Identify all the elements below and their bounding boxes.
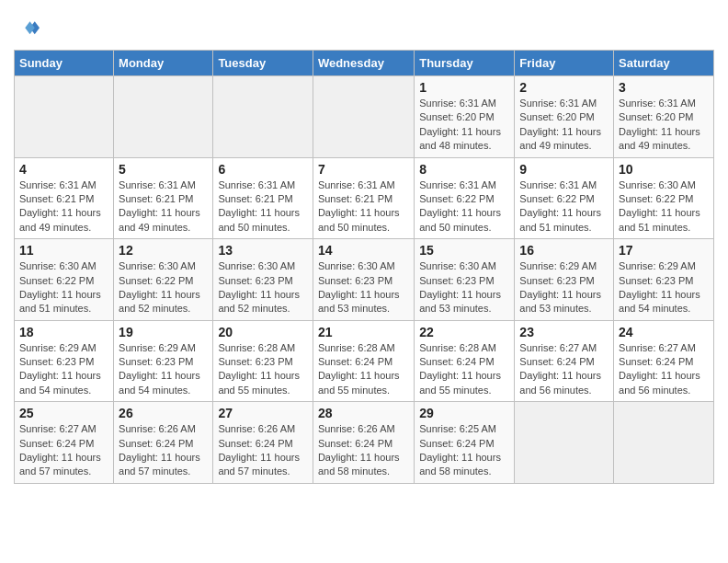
calendar-cell: 23Sunrise: 6:27 AM Sunset: 6:24 PM Dayli…	[515, 320, 614, 402]
day-info: Sunrise: 6:28 AM Sunset: 6:23 PM Dayligh…	[218, 341, 308, 398]
calendar-cell: 29Sunrise: 6:25 AM Sunset: 6:24 PM Dayli…	[415, 402, 515, 484]
day-info: Sunrise: 6:29 AM Sunset: 6:23 PM Dayligh…	[619, 259, 709, 316]
day-info: Sunrise: 6:27 AM Sunset: 6:24 PM Dayligh…	[519, 341, 609, 398]
day-info: Sunrise: 6:30 AM Sunset: 6:23 PM Dayligh…	[318, 259, 409, 316]
day-number: 24	[619, 325, 709, 339]
calendar-cell: 16Sunrise: 6:29 AM Sunset: 6:23 PM Dayli…	[515, 239, 614, 321]
calendar-cell: 2Sunrise: 6:31 AM Sunset: 6:20 PM Daylig…	[515, 76, 614, 158]
column-header-wednesday: Wednesday	[313, 51, 414, 76]
day-number: 9	[519, 162, 609, 177]
day-info: Sunrise: 6:31 AM Sunset: 6:21 PM Dayligh…	[19, 178, 108, 236]
calendar-week-row: 4Sunrise: 6:31 AM Sunset: 6:21 PM Daylig…	[15, 157, 714, 239]
day-info: Sunrise: 6:31 AM Sunset: 6:21 PM Dayligh…	[318, 178, 409, 236]
calendar-cell	[15, 76, 114, 158]
calendar-cell	[313, 76, 414, 158]
calendar-cell: 27Sunrise: 6:26 AM Sunset: 6:24 PM Dayli…	[213, 402, 313, 484]
page-header	[14, 9, 714, 42]
day-number: 5	[119, 162, 208, 177]
day-number: 22	[419, 325, 509, 339]
day-info: Sunrise: 6:29 AM Sunset: 6:23 PM Dayligh…	[519, 259, 609, 316]
column-header-thursday: Thursday	[415, 51, 515, 76]
calendar-week-row: 11Sunrise: 6:30 AM Sunset: 6:22 PM Dayli…	[15, 239, 714, 321]
column-header-friday: Friday	[515, 51, 614, 76]
column-header-sunday: Sunday	[15, 51, 114, 76]
day-info: Sunrise: 6:31 AM Sunset: 6:22 PM Dayligh…	[519, 178, 609, 236]
day-number: 12	[119, 243, 208, 258]
calendar-cell	[614, 402, 714, 484]
day-info: Sunrise: 6:30 AM Sunset: 6:22 PM Dayligh…	[119, 259, 208, 316]
calendar-cell: 8Sunrise: 6:31 AM Sunset: 6:22 PM Daylig…	[415, 157, 515, 239]
day-number: 23	[519, 325, 609, 339]
calendar-cell: 19Sunrise: 6:29 AM Sunset: 6:23 PM Dayli…	[114, 320, 213, 402]
day-number: 25	[19, 406, 108, 420]
calendar-cell: 15Sunrise: 6:30 AM Sunset: 6:23 PM Dayli…	[415, 239, 515, 321]
calendar-week-row: 18Sunrise: 6:29 AM Sunset: 6:23 PM Dayli…	[15, 320, 714, 402]
day-number: 27	[218, 406, 308, 420]
logo	[14, 17, 43, 42]
calendar-cell: 17Sunrise: 6:29 AM Sunset: 6:23 PM Dayli…	[614, 239, 714, 321]
day-info: Sunrise: 6:28 AM Sunset: 6:24 PM Dayligh…	[419, 341, 509, 398]
day-number: 7	[318, 162, 409, 177]
column-header-saturday: Saturday	[614, 51, 714, 76]
calendar-cell: 3Sunrise: 6:31 AM Sunset: 6:20 PM Daylig…	[614, 76, 714, 158]
day-number: 20	[218, 325, 308, 339]
day-number: 19	[119, 325, 208, 339]
calendar-table: SundayMondayTuesdayWednesdayThursdayFrid…	[14, 50, 714, 484]
calendar-cell: 26Sunrise: 6:26 AM Sunset: 6:24 PM Dayli…	[114, 402, 213, 484]
day-number: 13	[218, 243, 308, 258]
calendar-cell: 28Sunrise: 6:26 AM Sunset: 6:24 PM Dayli…	[313, 402, 414, 484]
calendar-cell: 22Sunrise: 6:28 AM Sunset: 6:24 PM Dayli…	[415, 320, 515, 402]
day-info: Sunrise: 6:30 AM Sunset: 6:22 PM Dayligh…	[19, 259, 108, 316]
day-info: Sunrise: 6:31 AM Sunset: 6:21 PM Dayligh…	[119, 178, 208, 236]
day-number: 4	[19, 162, 108, 177]
day-info: Sunrise: 6:31 AM Sunset: 6:20 PM Dayligh…	[519, 97, 609, 154]
day-number: 10	[619, 162, 709, 177]
calendar-cell: 13Sunrise: 6:30 AM Sunset: 6:23 PM Dayli…	[213, 239, 313, 321]
day-info: Sunrise: 6:30 AM Sunset: 6:23 PM Dayligh…	[218, 259, 308, 316]
column-header-monday: Monday	[114, 51, 213, 76]
day-info: Sunrise: 6:30 AM Sunset: 6:22 PM Dayligh…	[619, 178, 709, 236]
day-number: 3	[619, 80, 709, 95]
column-header-tuesday: Tuesday	[213, 51, 313, 76]
day-number: 2	[519, 80, 609, 95]
day-info: Sunrise: 6:29 AM Sunset: 6:23 PM Dayligh…	[119, 341, 208, 398]
day-info: Sunrise: 6:27 AM Sunset: 6:24 PM Dayligh…	[19, 422, 108, 479]
calendar-week-row: 1Sunrise: 6:31 AM Sunset: 6:20 PM Daylig…	[15, 76, 714, 158]
calendar-cell: 20Sunrise: 6:28 AM Sunset: 6:23 PM Dayli…	[213, 320, 313, 402]
day-info: Sunrise: 6:31 AM Sunset: 6:21 PM Dayligh…	[218, 178, 308, 236]
calendar-cell: 5Sunrise: 6:31 AM Sunset: 6:21 PM Daylig…	[114, 157, 213, 239]
day-info: Sunrise: 6:28 AM Sunset: 6:24 PM Dayligh…	[318, 341, 409, 398]
calendar-cell: 12Sunrise: 6:30 AM Sunset: 6:22 PM Dayli…	[114, 239, 213, 321]
day-number: 21	[318, 325, 409, 339]
calendar-cell: 9Sunrise: 6:31 AM Sunset: 6:22 PM Daylig…	[515, 157, 614, 239]
calendar-week-row: 25Sunrise: 6:27 AM Sunset: 6:24 PM Dayli…	[15, 402, 714, 484]
calendar-cell	[114, 76, 213, 158]
day-info: Sunrise: 6:26 AM Sunset: 6:24 PM Dayligh…	[218, 422, 308, 479]
calendar-cell: 4Sunrise: 6:31 AM Sunset: 6:21 PM Daylig…	[15, 157, 114, 239]
day-number: 15	[419, 243, 509, 258]
calendar-cell: 11Sunrise: 6:30 AM Sunset: 6:22 PM Dayli…	[15, 239, 114, 321]
calendar-cell: 7Sunrise: 6:31 AM Sunset: 6:21 PM Daylig…	[313, 157, 414, 239]
logo-icon	[14, 17, 40, 42]
day-number: 18	[19, 325, 108, 339]
calendar-cell: 14Sunrise: 6:30 AM Sunset: 6:23 PM Dayli…	[313, 239, 414, 321]
calendar-header-row: SundayMondayTuesdayWednesdayThursdayFrid…	[15, 51, 714, 76]
day-number: 28	[318, 406, 409, 420]
day-number: 8	[419, 162, 509, 177]
calendar-cell: 6Sunrise: 6:31 AM Sunset: 6:21 PM Daylig…	[213, 157, 313, 239]
day-info: Sunrise: 6:31 AM Sunset: 6:20 PM Dayligh…	[619, 97, 709, 154]
calendar-cell: 10Sunrise: 6:30 AM Sunset: 6:22 PM Dayli…	[614, 157, 714, 239]
day-number: 14	[318, 243, 409, 258]
day-number: 29	[419, 406, 509, 420]
day-info: Sunrise: 6:25 AM Sunset: 6:24 PM Dayligh…	[419, 422, 509, 479]
day-number: 16	[519, 243, 609, 258]
day-number: 26	[119, 406, 208, 420]
calendar-cell: 1Sunrise: 6:31 AM Sunset: 6:20 PM Daylig…	[415, 76, 515, 158]
day-info: Sunrise: 6:29 AM Sunset: 6:23 PM Dayligh…	[19, 341, 108, 398]
calendar-cell: 25Sunrise: 6:27 AM Sunset: 6:24 PM Dayli…	[15, 402, 114, 484]
calendar-cell	[213, 76, 313, 158]
calendar-cell: 21Sunrise: 6:28 AM Sunset: 6:24 PM Dayli…	[313, 320, 414, 402]
day-info: Sunrise: 6:31 AM Sunset: 6:22 PM Dayligh…	[419, 178, 509, 236]
day-info: Sunrise: 6:26 AM Sunset: 6:24 PM Dayligh…	[119, 422, 208, 479]
day-number: 1	[419, 80, 509, 95]
